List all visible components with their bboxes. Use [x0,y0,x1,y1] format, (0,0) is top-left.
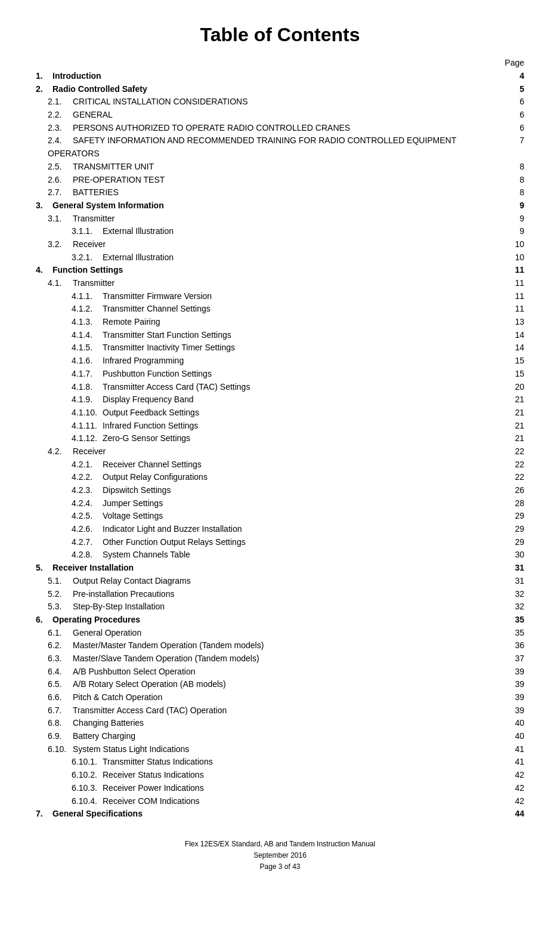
toc-entry: 3.2.1.External Illustration10 [36,251,524,264]
toc-page: 8 [506,186,524,199]
toc-page: 9 [506,212,524,226]
toc-label: General System Information [52,201,164,210]
toc-page: 29 [506,536,524,549]
toc-page: 29 [506,510,524,523]
toc-label: A/B Rotary Select Operation (AB models) [73,679,226,689]
toc-num: 4.1.8. [72,381,103,394]
toc-label: Pushbutton Function Settings [103,369,212,378]
toc-num: 6.10.3. [72,782,103,795]
toc-page: 21 [506,420,524,433]
toc-num: 4.1. [48,277,73,290]
toc-text: 5.2.Pre-installation Precautions [48,588,506,601]
toc-label: Changing Batteries [73,718,144,728]
toc-num: 1. [36,70,52,83]
toc-num: 6.10. [48,743,73,756]
page-title: Table of Contents [36,24,524,46]
footer-line3: Page 3 of 43 [36,861,524,873]
toc-text: 4.1.6.Infrared Programming [72,355,506,368]
toc-label: PRE-OPERATION TEST [73,175,165,184]
toc-label: Jumper Settings [103,498,163,508]
toc-text: 3.2.Receiver [48,238,506,251]
toc-label: Infrared Programming [103,356,184,365]
toc-label: Transmitter Access Card (TAC) Settings [103,382,250,392]
toc-entry: 6.8.Changing Batteries40 [36,717,524,730]
toc-entry: 6.7.Transmitter Access Card (TAC) Operat… [36,704,524,717]
toc-text: 6.10.1.Transmitter Status Indications [72,756,506,769]
toc-entry: 6.6.Pitch & Catch Operation39 [36,691,524,704]
toc-num: 6.1. [48,627,73,640]
toc-page: 4 [506,70,524,83]
toc-entry: 4.2.3.Dipswitch Settings26 [36,484,524,497]
toc-page: 37 [506,652,524,666]
toc-label: Infrared Function Settings [103,421,198,430]
toc-label: Other Function Output Relays Settings [103,537,246,547]
toc-num: 4.1.2. [72,303,103,316]
toc-entry: 3.2.Receiver10 [36,238,524,251]
toc-text: 4.1.3.Remote Pairing [72,316,506,329]
toc-text: 4.2.8.System Channels Table [72,549,506,562]
toc-text: 4.2.2.Output Relay Configurations [72,471,506,484]
toc-entry: 4.2.Receiver22 [36,445,524,458]
toc-num: 5.3. [48,600,73,614]
toc-page: 40 [506,730,524,743]
toc-text: 6.6.Pitch & Catch Operation [48,691,506,704]
toc-label: GENERAL [73,110,113,119]
toc-text: 3.1.1.External Illustration [72,225,506,238]
toc-page: 6 [506,95,524,109]
toc-page: 28 [506,497,524,510]
toc-text: 2.7.BATTERIES [48,186,506,199]
toc-list: 1.Introduction42.Radio Controlled Safety… [36,70,524,821]
toc-page: 42 [506,782,524,795]
toc-entry: 2.3.PERSONS AUTHORIZED TO OPERATE RADIO … [36,122,524,135]
toc-text: 6.10.3.Receiver Power Indications [72,782,506,795]
toc-page: 11 [506,277,524,290]
toc-text: 7.General Specifications [36,808,506,821]
toc-text: 6.Operating Procedures [36,614,506,627]
toc-entry: 5.1.Output Relay Contact Diagrams31 [36,575,524,588]
toc-text: 6.10.2.Receiver Status Indications [72,769,506,782]
toc-num: 2.6. [48,174,73,187]
toc-label: Zero-G Sensor Settings [103,433,190,443]
toc-entry: 3.1.Transmitter9 [36,212,524,226]
toc-entry: 6.1.General Operation35 [36,627,524,640]
toc-entry: 5.Receiver Installation31 [36,562,524,575]
toc-label: Receiver COM Indications [103,796,200,806]
toc-entry: 6.3.Master/Slave Tandem Operation (Tande… [36,652,524,666]
toc-entry: 6.10.1.Transmitter Status Indications41 [36,756,524,769]
toc-label: Remote Pairing [103,317,160,326]
toc-num: 2.1. [48,95,73,109]
toc-label: External Illustration [103,226,174,236]
toc-page: 10 [506,251,524,264]
toc-num: 4.1.1. [72,290,103,303]
toc-page: 32 [506,588,524,601]
toc-entry: 4.1.Transmitter11 [36,277,524,290]
toc-num: 4.1.5. [72,341,103,355]
toc-num: 3.2.1. [72,251,103,264]
toc-num: 4.1.10. [72,406,103,420]
toc-page: 22 [506,445,524,458]
toc-label: Master/Slave Tandem Operation (Tandem mo… [73,654,259,663]
toc-page: 36 [506,639,524,652]
toc-num: 7. [36,808,52,821]
toc-entry: 2.Radio Controlled Safety5 [36,83,524,96]
toc-num: 6.2. [48,639,73,652]
toc-label: Function Settings [52,265,123,275]
toc-num: 4.2.7. [72,536,103,549]
toc-label: Operating Procedures [52,615,140,624]
toc-num: 5. [36,562,52,575]
toc-page: 21 [506,393,524,406]
toc-num: 4.1.6. [72,355,103,368]
toc-label: Transmitter Status Indications [103,757,213,766]
toc-text: 5.3.Step-By-Step Installation [48,600,506,614]
toc-entry: 4.1.5.Transmitter Inactivity Timer Setti… [36,341,524,355]
toc-text: 4.1.12.Zero-G Sensor Settings [72,432,506,445]
toc-page: 29 [506,523,524,536]
toc-text: 5.1.Output Relay Contact Diagrams [48,575,506,588]
toc-page: 10 [506,238,524,251]
toc-page: 44 [506,808,524,821]
toc-label: Receiver Power Indications [103,783,204,793]
toc-entry: 6.4.A/B Pushbutton Select Operation39 [36,666,524,679]
toc-page: 8 [506,174,524,187]
toc-page: 11 [506,290,524,303]
toc-num: 4.2.4. [72,497,103,510]
